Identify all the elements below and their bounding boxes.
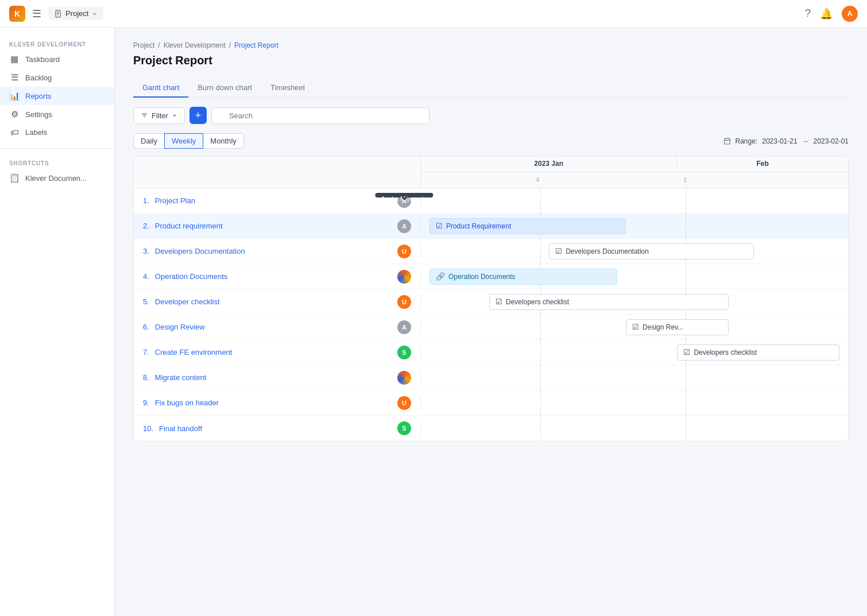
gantt-row-6: 6. Design Review A ☑ Design Rev... bbox=[134, 315, 848, 340]
page-title: Project Report bbox=[133, 54, 849, 67]
vline-2 bbox=[686, 188, 686, 213]
view-toggles: Daily Weekly Monthly bbox=[133, 133, 244, 149]
sidebar: KLEVER DEVELOPMENT ▦ Taskboard ☰ Backlog… bbox=[0, 28, 115, 616]
avatar-8 bbox=[397, 371, 411, 385]
gantt-bar-area-6: ☑ Design Rev... bbox=[421, 315, 848, 339]
sidebar-item-settings[interactable]: ⚙ Settings bbox=[0, 105, 114, 123]
sidebar-item-reports[interactable]: 📊 Reports bbox=[0, 87, 114, 105]
avatar-container-1: A Ayaka Miyamoto bbox=[397, 194, 411, 208]
shortcuts-label: SHORTCUTS bbox=[0, 156, 114, 169]
gantt-row-left-1: 1. Project Plan A Ayaka Miyamoto bbox=[134, 194, 421, 208]
row-num-5: 5. bbox=[143, 297, 149, 306]
search-input[interactable] bbox=[211, 107, 429, 124]
gantt-bar-7[interactable]: ☑ Developers checklist bbox=[677, 344, 839, 361]
gantt-chart: 2023 Jan Feb 4 1 bbox=[133, 156, 849, 441]
avatar-2: A bbox=[397, 219, 411, 233]
avatar-7: S bbox=[397, 346, 411, 359]
search-wrap bbox=[211, 107, 429, 124]
document-icon bbox=[54, 10, 62, 18]
sidebar-item-klever-doc[interactable]: 📋 Klever Documen... bbox=[0, 169, 114, 187]
avatar-10: S bbox=[397, 421, 411, 435]
topbar: K ☰ Project ? 🔔 A bbox=[0, 0, 867, 28]
bell-icon[interactable]: 🔔 bbox=[820, 7, 833, 20]
gantt-bar-4[interactable]: 🔗 Operation Documents bbox=[429, 269, 617, 285]
view-monthly[interactable]: Monthly bbox=[203, 133, 244, 149]
sidebar-item-labels[interactable]: 🏷 Labels bbox=[0, 123, 114, 141]
row-name-2[interactable]: Product requirement bbox=[155, 222, 223, 230]
row-num-3: 3. bbox=[143, 247, 149, 255]
breadcrumb-current[interactable]: Project Report bbox=[234, 41, 278, 49]
row-num-9: 9. bbox=[143, 398, 149, 407]
gantt-row-left-10: 10. Final handoff S bbox=[134, 421, 421, 435]
taskboard-icon: ▦ bbox=[9, 54, 20, 64]
tab-timesheet[interactable]: Timesheet bbox=[261, 79, 314, 98]
gantt-bar-area-2: ☑ Product Requirement bbox=[421, 214, 848, 238]
view-weekly[interactable]: Weekly bbox=[164, 133, 203, 149]
month-feb: Feb bbox=[677, 156, 848, 172]
row-name-4[interactable]: Operation Documents bbox=[155, 272, 227, 281]
row-name-9[interactable]: Fix bugs on header bbox=[155, 398, 219, 407]
settings-icon: ⚙ bbox=[9, 109, 20, 119]
row-name-7[interactable]: Create FE environment bbox=[155, 348, 232, 357]
gantt-bar-area-1 bbox=[421, 188, 848, 213]
bar-icon-3: ☑ bbox=[555, 247, 562, 255]
gantt-rows: 1. Project Plan A Ayaka Miyamoto bbox=[134, 188, 848, 441]
gantt-row-left-5: 5. Developer checklist U bbox=[134, 295, 421, 309]
gantt-bar-3[interactable]: ☑ Developers Documentation bbox=[549, 243, 754, 259]
app-logo: K bbox=[9, 6, 25, 22]
filter-icon bbox=[141, 112, 148, 119]
backlog-icon: ☰ bbox=[9, 72, 20, 83]
gantt-row-left-3: 3. Developers Documentation U bbox=[134, 245, 421, 258]
month-jan: 2023 Jan bbox=[421, 156, 677, 172]
gantt-bar-5[interactable]: ☑ Developers checklist bbox=[489, 294, 729, 310]
gantt-row-3: 3. Developers Documentation U ☑ Develope… bbox=[134, 239, 848, 264]
bar-icon-7: ☑ bbox=[683, 348, 690, 357]
row-num-6: 6. bbox=[143, 323, 149, 331]
project-selector[interactable]: Project bbox=[48, 7, 103, 20]
help-icon[interactable]: ? bbox=[805, 7, 811, 20]
sidebar-item-backlog[interactable]: ☰ Backlog bbox=[0, 68, 114, 87]
tab-burndown[interactable]: Burn down chart bbox=[188, 79, 261, 98]
gantt-bar-2[interactable]: ☑ Product Requirement bbox=[429, 218, 626, 234]
avatar-4 bbox=[397, 270, 411, 284]
gantt-bar-6[interactable]: ☑ Design Rev... bbox=[626, 319, 729, 335]
row-name-5[interactable]: Developer checklist bbox=[155, 297, 220, 306]
bar-icon-6: ☑ bbox=[632, 323, 639, 331]
reports-icon: 📊 bbox=[9, 91, 20, 101]
filter-button[interactable]: Filter bbox=[133, 107, 185, 124]
tab-gantt[interactable]: Gantt chart bbox=[133, 79, 188, 98]
row-name-8[interactable]: Migrate content bbox=[155, 373, 207, 382]
gantt-row-5: 5. Developer checklist U ☑ Developers ch… bbox=[134, 289, 848, 315]
bar-icon-5: ☑ bbox=[496, 297, 502, 306]
user-avatar[interactable]: A bbox=[842, 6, 858, 22]
row-num-10: 10. bbox=[143, 424, 153, 433]
gantt-header: 2023 Jan Feb 4 1 bbox=[134, 156, 848, 188]
row-name-6[interactable]: Design Review bbox=[155, 323, 205, 331]
row-name-1[interactable]: Project Plan bbox=[155, 196, 195, 205]
bar-icon-4: 🔗 bbox=[436, 272, 445, 281]
view-daily[interactable]: Daily bbox=[133, 133, 164, 149]
row-name-10[interactable]: Final handoff bbox=[159, 424, 202, 433]
row-name-3[interactable]: Developers Documentation bbox=[155, 247, 245, 255]
gantt-row-left-9: 9. Fix bugs on header U bbox=[134, 396, 421, 410]
topbar-actions: ? 🔔 A bbox=[805, 6, 858, 22]
tabs: Gantt chart Burn down chart Timesheet bbox=[133, 79, 849, 98]
gantt-row-left-7: 7. Create FE environment S bbox=[134, 346, 421, 359]
vline-1 bbox=[540, 188, 541, 213]
gantt-row-9: 9. Fix bugs on header U bbox=[134, 390, 848, 416]
add-button[interactable]: + bbox=[189, 107, 207, 124]
main-content: Project / Klever Development / Project R… bbox=[115, 28, 867, 616]
day-marker-4: 4 bbox=[536, 176, 539, 183]
gantt-bar-area-10 bbox=[421, 416, 848, 441]
hamburger-icon[interactable]: ☰ bbox=[32, 7, 41, 20]
gantt-row-left-8: 8. Migrate content bbox=[134, 371, 421, 385]
gantt-bar-area-4: 🔗 Operation Documents bbox=[421, 264, 848, 289]
range-info: Range: 2023-01-21 → 2023-02-01 bbox=[723, 137, 849, 145]
avatar-9: U bbox=[397, 396, 411, 410]
gantt-bar-area-3: ☑ Developers Documentation bbox=[421, 239, 848, 264]
sidebar-item-taskboard[interactable]: ▦ Taskboard bbox=[0, 50, 114, 68]
filter-chevron-icon bbox=[172, 113, 177, 118]
calendar-icon bbox=[723, 137, 731, 145]
gantt-bar-area-7: ☑ Developers checklist bbox=[421, 340, 848, 365]
breadcrumb: Project / Klever Development / Project R… bbox=[133, 41, 849, 49]
